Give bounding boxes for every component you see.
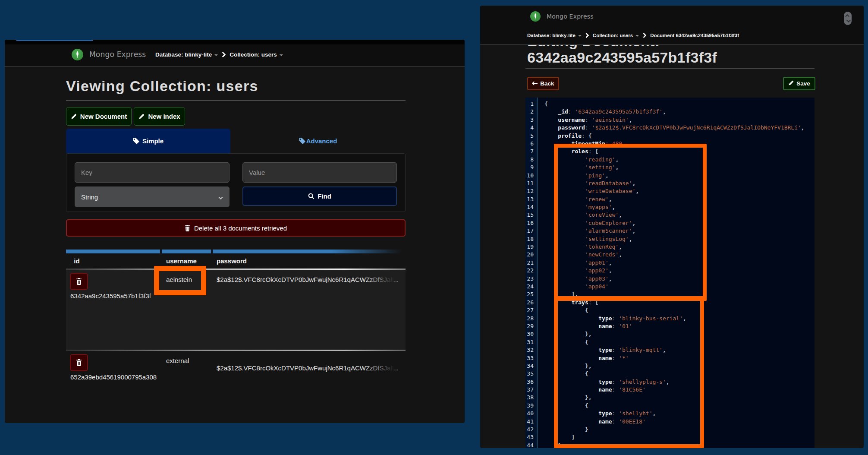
editor-line-number: 40 (525, 410, 537, 417)
type-select[interactable]: String (75, 186, 230, 207)
editor-line-number: 4 (525, 124, 537, 132)
brand[interactable]: Mongo Express (547, 13, 594, 20)
editor-line-number: 14 (525, 203, 537, 211)
annotation-box-trays (554, 296, 704, 448)
table-scrollbar-segment[interactable] (213, 250, 406, 253)
editor-line-number: 21 (525, 259, 537, 267)
editor-line-number: 29 (525, 322, 537, 330)
title-divider (525, 68, 815, 69)
trash-icon (185, 225, 190, 231)
editor-line-number: 33 (525, 354, 537, 362)
back-button[interactable]: Back (527, 77, 559, 90)
editor-line-number: 41 (525, 418, 537, 426)
editor-line-number: 8 (525, 156, 537, 164)
chevron-right-icon (222, 52, 226, 57)
trash-icon (76, 278, 82, 285)
table-scrollbar-segment[interactable] (66, 250, 160, 253)
cell-password[interactable]: $2a$12$.VFC8rcOkXcDTVP0bJwFwujNc6R1qACWZ… (217, 276, 399, 283)
window-viewing-collection: Mongo Express Database: blinky-lite Coll… (5, 40, 465, 423)
editor-line-number: 30 (525, 330, 537, 338)
editor-code-line[interactable]: password: '$2a$12$.VFC8rcOkXcDTVP0bJwFwu… (544, 124, 815, 132)
cell-username[interactable]: external (166, 357, 189, 364)
breadcrumb-collection[interactable]: Collection: users (230, 51, 283, 58)
editor-line-number: 13 (525, 196, 537, 203)
editor-line-number: 3 (525, 116, 537, 124)
new-index-button[interactable]: New Index (134, 107, 185, 126)
value-input[interactable]: Value (242, 162, 397, 183)
search-icon (308, 193, 314, 199)
editor-line-number: 19 (525, 243, 537, 251)
brand[interactable]: Mongo Express (89, 50, 146, 59)
cell-id[interactable]: 6342aa9c243595a57b1f3f3f (70, 292, 151, 300)
editor-line-number: 7 (525, 148, 537, 155)
editor-line-number: 37 (525, 386, 537, 394)
column-header-username[interactable]: username (166, 257, 197, 265)
breadcrumb-database[interactable]: Database: blinky-lite (155, 51, 218, 58)
document-editor-gutter: 1234567891011121314151617181920212223242… (525, 98, 538, 448)
editor-line-number: 2 (525, 108, 537, 116)
page-title: Viewing Collection: users (66, 78, 258, 95)
editor-line-number: 10 (525, 172, 537, 180)
key-input[interactable]: Key (75, 162, 230, 183)
editor-line-number: 32 (525, 346, 537, 354)
breadcrumb-database[interactable]: Database: blinky-lite (527, 33, 582, 38)
editor-line-number: 9 (525, 164, 537, 171)
breadcrumb-document[interactable]: Document 6342aa9c243595a57b1f3f3f (650, 33, 739, 38)
page-title-line2: 6342aa9c243595a57b1f3f3f (527, 49, 717, 66)
column-header-password[interactable]: password (217, 257, 247, 265)
editor-line-number: 11 (525, 180, 537, 187)
delete-document-button[interactable] (70, 273, 88, 290)
editor-line-number: 16 (525, 219, 537, 227)
editor-line-number: 1 (525, 100, 537, 108)
editor-code-line[interactable]: username: 'aeinstein', (544, 116, 815, 124)
editor-line-number: 22 (525, 267, 537, 275)
tag-icon (299, 138, 305, 144)
delete-document-button[interactable] (70, 354, 88, 371)
annotation-box-roles (554, 144, 707, 301)
editor-line-number: 24 (525, 283, 537, 291)
editor-line-number: 15 (525, 211, 537, 219)
editor-line-number: 23 (525, 275, 537, 283)
chevron-down-icon (218, 193, 223, 201)
pencil-icon (138, 114, 145, 120)
editor-line-number: 5 (525, 132, 537, 140)
tag-icon (133, 138, 139, 144)
column-header-id[interactable]: _id (70, 257, 80, 265)
left-window-top-strip (5, 40, 465, 44)
find-button[interactable]: Find (242, 186, 397, 206)
window-editing-document: Editing Document: 6342aa9c243595a57b1f3f… (480, 6, 864, 448)
editor-code-line[interactable]: profile: { (544, 132, 815, 140)
save-button[interactable]: Save (783, 77, 815, 90)
delete-all-button[interactable]: Delete all 3 documents retrieved (66, 219, 406, 237)
editor-line-number: 36 (525, 378, 537, 386)
editor-line-number: 18 (525, 235, 537, 243)
cell-password[interactable]: $2a$12$.VFC8rcOkXcDTVP0bJwFwujNc6R1qACWZ… (217, 364, 399, 372)
browser-tab-indicator (16, 40, 93, 41)
scrollbar-widget[interactable] (844, 12, 852, 25)
editor-line-number: 17 (525, 227, 537, 235)
caret-down-icon (214, 54, 218, 56)
tab-simple[interactable]: Simple (66, 129, 230, 153)
editor-line-number: 44 (525, 442, 537, 448)
editor-line-number: 20 (525, 251, 537, 259)
editor-line-number: 25 (525, 291, 537, 298)
pencil-icon (788, 80, 794, 87)
editor-line-number: 27 (525, 306, 537, 314)
editor-line-number: 42 (525, 426, 537, 433)
trash-icon (76, 359, 82, 366)
table-row-divider (66, 350, 406, 351)
editor-line-number: 38 (525, 394, 537, 401)
editor-line-number: 43 (525, 433, 537, 441)
editor-line-number: 12 (525, 187, 537, 195)
editor-code-line[interactable]: { (544, 100, 815, 108)
pencil-icon (71, 114, 77, 120)
caret-down-icon (578, 35, 582, 37)
cell-id[interactable]: 652a39ebd45619000795a308 (70, 373, 157, 381)
new-document-button[interactable]: New Document (66, 107, 132, 126)
table-scrollbar-segment[interactable] (162, 250, 211, 253)
tab-advanced[interactable]: Advanced (230, 129, 406, 153)
editor-line-number: 28 (525, 315, 537, 322)
editor-code-line[interactable]: _id: '6342aa9c243595a57b1f3f3f', (544, 108, 815, 116)
editor-line-number: 6 (525, 140, 537, 148)
breadcrumb-collection[interactable]: Collection: users (593, 33, 639, 38)
